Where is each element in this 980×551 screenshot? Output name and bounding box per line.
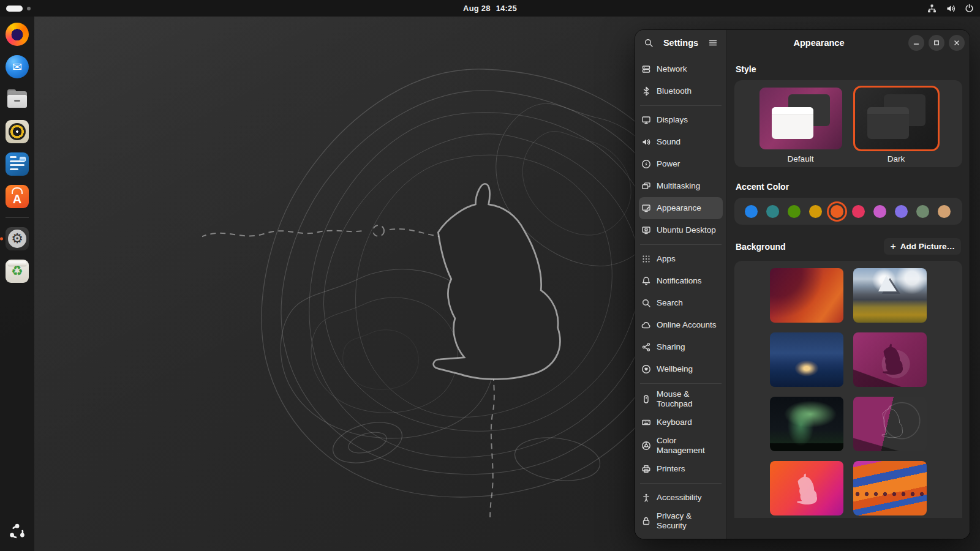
accent-swatch-teal[interactable]: [766, 205, 779, 218]
background-thumbnail-matterhorn[interactable]: [853, 268, 927, 323]
accent-color-row: [734, 198, 962, 225]
dock-item-show-apps[interactable]: [4, 519, 30, 545]
accent-swatch-blue[interactable]: [745, 205, 758, 218]
sidebar-item-color-management[interactable]: Color Management: [639, 433, 723, 458]
accent-swatch-magenta[interactable]: [873, 205, 886, 218]
sidebar-nav: NetworkBluetoothDisplaysSoundPowerMultit…: [635, 56, 726, 539]
accent-swatch-red[interactable]: [852, 205, 865, 218]
style-option-dark[interactable]: Dark: [855, 88, 938, 163]
background-thumbnail-storm[interactable]: [770, 332, 843, 387]
notifications-icon: [641, 276, 651, 286]
main-menu-button[interactable]: [704, 34, 722, 51]
dock-item-rhythmbox[interactable]: [4, 119, 30, 144]
sidebar-item-keyboard[interactable]: Keyboard: [639, 411, 723, 433]
sidebar-item-label: Mouse & Touchpad: [657, 389, 720, 409]
sidebar-item-privacy-security[interactable]: Privacy & Security: [639, 509, 723, 533]
sidebar-item-label: Multitasking: [657, 181, 700, 191]
plus-icon: +: [890, 244, 895, 250]
accent-swatch-orange[interactable]: [831, 205, 843, 218]
sidebar-item-label: Displays: [657, 115, 688, 125]
sidebar-item-label: Privacy & Security: [657, 511, 720, 531]
accent-swatch-green[interactable]: [788, 205, 801, 218]
background-card: [734, 261, 962, 518]
wellbeing-icon: [641, 364, 651, 374]
default-style-preview: [760, 88, 842, 149]
displays-icon: [641, 115, 651, 125]
search-button[interactable]: [640, 34, 657, 51]
sidebar-item-sound[interactable]: Sound: [639, 131, 723, 153]
dock-item-firefox[interactable]: [4, 21, 30, 47]
sidebar-item-sharing[interactable]: Sharing: [639, 336, 723, 358]
dock-item-thunderbird[interactable]: ✉: [4, 54, 30, 80]
style-card: DefaultDark: [734, 80, 962, 167]
dock-item-libreoffice[interactable]: [4, 151, 30, 177]
workspace-indicator[interactable]: [6, 6, 116, 12]
sidebar-item-label: Notifications: [657, 276, 702, 286]
sidebar-item-displays[interactable]: Displays: [639, 109, 723, 131]
style-option-default[interactable]: Default: [760, 88, 842, 163]
sidebar-item-ubuntu-desktop[interactable]: Ubuntu Desktop: [639, 219, 723, 241]
search-icon: [641, 298, 651, 308]
sidebar-item-apps[interactable]: Apps: [639, 248, 723, 270]
sidebar-item-mouse-touchpad[interactable]: Mouse & Touchpad: [639, 387, 723, 411]
accent-swatch-bark[interactable]: [938, 205, 951, 218]
sidebar-item-label: Appearance: [657, 203, 701, 213]
sidebar-header: Settings: [635, 30, 726, 56]
background-thumbnail-split[interactable]: [853, 397, 927, 451]
sound-icon: [641, 137, 651, 147]
sidebar-item-online-accounts[interactable]: Online Accounts: [639, 314, 723, 336]
sidebar-item-notifications[interactable]: Notifications: [639, 270, 723, 292]
top-bar: Aug 28 14:25: [0, 0, 980, 17]
dock-item-files[interactable]: [4, 86, 30, 112]
inactive-workspace-dot: [27, 7, 31, 10]
sidebar-item-search[interactable]: Search: [639, 292, 723, 314]
sidebar-item-wellbeing[interactable]: Wellbeing: [639, 358, 723, 380]
accent-swatch-yellow[interactable]: [809, 205, 822, 218]
appearance-panel: Appearance Style DefaultDark Accent Colo…: [727, 30, 970, 539]
dark-style-preview: [855, 88, 938, 149]
background-thumbnail-camels[interactable]: [853, 461, 927, 515]
firefox-icon: [6, 23, 29, 46]
accent-swatch-sage[interactable]: [916, 205, 929, 218]
libreoffice-icon: [6, 152, 29, 176]
sidebar-item-printers[interactable]: Printers: [639, 458, 723, 480]
mouse-icon: [641, 394, 651, 404]
multitasking-icon: [641, 181, 651, 191]
ubuntu-desktop-icon: [641, 225, 651, 235]
sidebar-item-multitasking[interactable]: Multitasking: [639, 175, 723, 197]
dock-item-trash[interactable]: ♻: [4, 258, 30, 284]
minimize-button[interactable]: [908, 35, 924, 51]
sidebar-item-label: Power: [657, 159, 680, 169]
background-thumbnail-magenta-roo[interactable]: [853, 332, 927, 387]
sidebar-item-label: Printers: [657, 464, 685, 474]
files-icon: [6, 88, 29, 111]
system-status-area[interactable]: [864, 4, 974, 13]
keyboard-icon: [641, 418, 651, 427]
sidebar-item-bluetooth[interactable]: Bluetooth: [639, 80, 723, 102]
background-thumbnail-red-dunes[interactable]: [770, 268, 843, 323]
add-picture-button[interactable]: + Add Picture…: [884, 238, 961, 255]
apps-icon: [641, 254, 651, 264]
printers-icon: [641, 464, 651, 474]
close-button[interactable]: [949, 35, 965, 51]
accent-swatch-purple[interactable]: [895, 205, 908, 218]
power-icon: [641, 159, 651, 169]
sidebar-item-label: Bluetooth: [657, 86, 692, 96]
appearance-icon: [641, 203, 651, 213]
background-thumbnail-sunset-roo[interactable]: [770, 461, 843, 515]
sidebar-item-label: Online Accounts: [657, 320, 717, 330]
dock-item-appcenter[interactable]: A: [4, 184, 30, 209]
sidebar-divider: [640, 244, 722, 245]
settings-window: Settings NetworkBluetoothDisplaysSoundPo…: [635, 30, 970, 539]
dock-item-settings-app[interactable]: ⚙: [4, 226, 30, 252]
clock[interactable]: Aug 28 14:25: [463, 4, 517, 13]
sidebar-item-network[interactable]: Network: [639, 58, 723, 80]
background-thumbnail-aurora[interactable]: [770, 397, 843, 451]
sidebar-item-power[interactable]: Power: [639, 153, 723, 175]
clock-time: 14:25: [496, 4, 517, 13]
maximize-button[interactable]: [929, 35, 944, 51]
trash-icon: ♻: [6, 260, 29, 283]
network-icon: [641, 64, 651, 74]
sidebar-item-accessibility[interactable]: Accessibility: [639, 487, 723, 509]
sidebar-item-appearance[interactable]: Appearance: [639, 197, 723, 219]
